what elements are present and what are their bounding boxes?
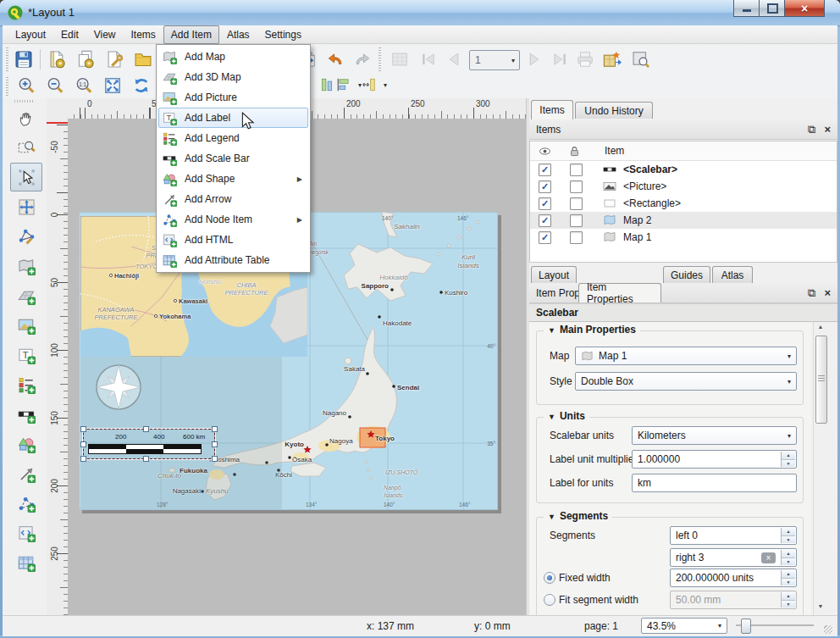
move-item-content-tool-button[interactable]: [10, 192, 42, 221]
fit-segment-width-radio[interactable]: [544, 594, 555, 606]
resize-handle[interactable]: [80, 456, 86, 462]
map-combobox[interactable]: Map 1 ▾: [575, 347, 797, 365]
tab-layout[interactable]: Layout: [531, 266, 577, 283]
layout-manager-button[interactable]: [102, 47, 126, 71]
resize-grip[interactable]: [824, 625, 832, 634]
spin-buttons[interactable]: ▲▼: [781, 528, 795, 543]
segments-right-spinbox[interactable]: right 3 × ▲▼: [670, 548, 797, 567]
save-project-button[interactable]: [12, 47, 36, 71]
add-map-tool-button[interactable]: [10, 252, 42, 280]
zoom-slider-handle[interactable]: [741, 619, 751, 634]
segments-left-spinbox[interactable]: left 0 ▲▼: [670, 526, 797, 545]
lock-checkbox[interactable]: [570, 197, 583, 210]
menu-item-add-arrow[interactable]: Add Arrow: [158, 189, 308, 209]
toolbar-grip[interactable]: [6, 47, 8, 71]
menu-item-add-attribute-table[interactable]: Add Attribute Table: [158, 250, 308, 270]
group-header[interactable]: ▼Main Properties: [544, 324, 640, 336]
menu-view[interactable]: View: [86, 25, 124, 44]
tab-atlas[interactable]: Atlas: [712, 266, 753, 283]
add-attribute-table-tool-button[interactable]: [10, 548, 42, 577]
menu-item-add-3d-map[interactable]: Add 3D Map: [158, 67, 308, 87]
resize-handle[interactable]: [212, 426, 218, 432]
new-layout-button[interactable]: [45, 47, 69, 71]
menu-item-add-map[interactable]: Add Map: [158, 47, 308, 67]
close-button[interactable]: ×: [784, 0, 825, 17]
menu-item-add-html[interactable]: Add HTML: [158, 230, 308, 250]
maximize-button[interactable]: [759, 0, 786, 17]
menu-item-add-shape[interactable]: Add Shape▶: [158, 169, 308, 189]
open-layout-button[interactable]: [131, 47, 155, 71]
visibility-checkbox[interactable]: ✓: [539, 197, 551, 210]
menu-settings[interactable]: Settings: [257, 25, 309, 44]
add-3d-map-tool-button[interactable]: [10, 281, 42, 310]
menu-layout[interactable]: Layout: [8, 25, 53, 44]
properties-scrollbar[interactable]: ▲ ▼: [813, 322, 828, 615]
label-unit-multiplier-spinbox[interactable]: 1.000000 ▲▼: [632, 450, 797, 469]
item-row-picture[interactable]: ✓ <Picture>: [530, 178, 837, 195]
align-items-button[interactable]: ▾: [336, 75, 362, 95]
tab-undo-history[interactable]: Undo History: [575, 102, 653, 119]
zoom-actual-size-button[interactable]: [72, 74, 96, 97]
scalebar-units-combobox[interactable]: Kilometers ▾: [632, 426, 797, 445]
pan-tool-button[interactable]: [10, 103, 42, 132]
fit-segment-width-spinbox[interactable]: 50.00 mm ▲▼: [670, 591, 797, 609]
spin-buttons[interactable]: ▲▼: [781, 592, 795, 607]
style-combobox[interactable]: Double Box ▾: [575, 372, 797, 391]
tab-item-properties[interactable]: Item Properties: [578, 283, 661, 302]
add-node-item-tool-button[interactable]: [10, 489, 42, 518]
toolbox-grip[interactable]: [14, 100, 35, 103]
undo-button[interactable]: [323, 47, 347, 71]
menu-item-add-node-item[interactable]: Add Node Item▶: [158, 209, 308, 230]
item-row-rectangle[interactable]: ✓ <Rectangle>: [530, 195, 837, 212]
lock-checkbox[interactable]: [570, 231, 583, 244]
atlas-settings-button[interactable]: [600, 47, 624, 71]
item-row-map2[interactable]: ✓ Map 2: [530, 212, 837, 229]
fixed-width-radio[interactable]: [544, 572, 555, 584]
resize-handle[interactable]: [143, 456, 149, 462]
add-shape-tool-button[interactable]: [10, 430, 42, 458]
tab-guides[interactable]: Guides: [663, 266, 710, 283]
zoom-full-button[interactable]: [101, 74, 124, 97]
menu-item-add-legend[interactable]: Add Legend: [158, 128, 308, 148]
item-row-scalebar[interactable]: ✓ <Scalebar>: [530, 161, 837, 178]
resize-handle[interactable]: [212, 456, 218, 462]
lock-checkbox[interactable]: [570, 214, 583, 227]
visibility-checkbox[interactable]: ✓: [539, 214, 551, 227]
label-for-units-input[interactable]: km: [632, 474, 797, 492]
menu-item-add-scale-bar[interactable]: Add Scale Bar: [158, 148, 308, 169]
next-feature-button[interactable]: [522, 47, 546, 71]
float-panel-icon[interactable]: ⧉: [808, 123, 815, 136]
zoom-level-combobox[interactable]: 43.5% ▾: [641, 618, 727, 634]
fixed-width-spinbox[interactable]: 200.000000 units ▲▼: [670, 569, 797, 587]
add-scalebar-tool-button[interactable]: [10, 400, 42, 429]
menu-atlas[interactable]: Atlas: [219, 25, 257, 44]
add-html-tool-button[interactable]: [10, 519, 42, 547]
resize-handle[interactable]: [80, 441, 86, 447]
add-picture-tool-button[interactable]: [10, 311, 42, 340]
spin-buttons[interactable]: ▲▼: [781, 452, 795, 467]
menu-item-add-picture[interactable]: Add Picture: [158, 87, 308, 108]
group-header[interactable]: ▼Segments: [544, 510, 612, 522]
edit-nodes-tool-button[interactable]: [10, 222, 42, 251]
menu-items[interactable]: Items: [124, 25, 163, 44]
preview-atlas-button[interactable]: [388, 47, 412, 71]
add-label-tool-button[interactable]: [10, 341, 42, 369]
scrollbar-up-arrow[interactable]: ▲: [815, 324, 826, 334]
lock-checkbox[interactable]: [570, 164, 583, 176]
float-panel-icon[interactable]: ⧉: [808, 286, 815, 300]
item-row-map1[interactable]: ✓ Map 1: [530, 229, 837, 246]
previous-feature-button[interactable]: [442, 47, 466, 71]
tab-items[interactable]: Items: [531, 100, 573, 119]
close-panel-icon[interactable]: ×: [824, 286, 831, 300]
atlas-feature-combobox[interactable]: 1 ▾: [469, 50, 520, 70]
resize-items-button[interactable]: ▾: [362, 75, 387, 95]
menu-edit[interactable]: Edit: [53, 25, 86, 44]
redo-button[interactable]: [351, 47, 374, 71]
menu-item-add-label[interactable]: Add Label: [158, 108, 308, 128]
visibility-checkbox[interactable]: ✓: [539, 180, 551, 193]
close-panel-icon[interactable]: ×: [824, 123, 831, 136]
resize-handle[interactable]: [212, 441, 218, 447]
scrollbar-thumb[interactable]: [815, 336, 827, 424]
clear-field-icon[interactable]: ×: [761, 552, 776, 563]
zoom-tool-button[interactable]: [10, 133, 42, 162]
